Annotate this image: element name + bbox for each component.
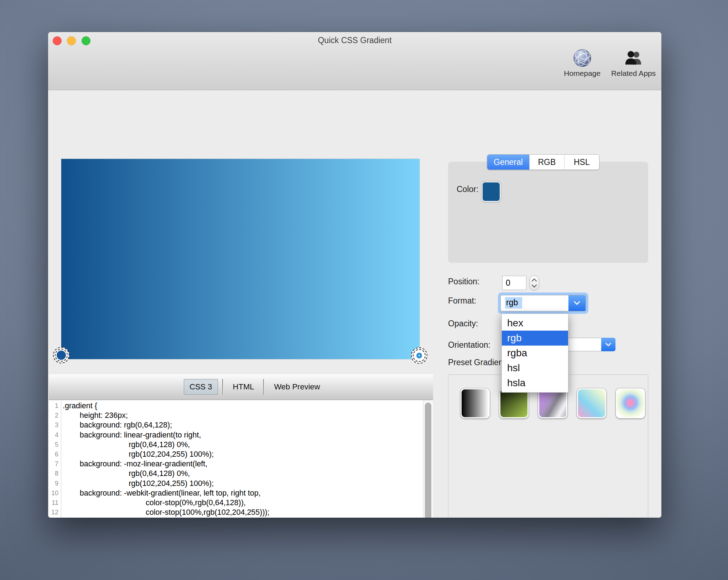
tab-divider (263, 379, 264, 395)
chevron-down-icon (573, 300, 581, 306)
color-label: Color: (457, 185, 478, 194)
code-line: 6 rgb(102,204,255) 100%); (49, 450, 423, 459)
orientation-label: Orientation: (448, 340, 490, 350)
related-apps-label: Related Apps (611, 69, 656, 78)
editor-scrollbar[interactable] (423, 400, 433, 518)
preset-gradients-row (461, 388, 645, 418)
chevron-down-icon (604, 342, 612, 347)
line-number: 2 (49, 411, 61, 420)
format-dropdown-button[interactable] (568, 295, 586, 311)
code-line: 10 background: -webkit-gradient(linear, … (49, 488, 423, 498)
line-number: 12 (49, 508, 61, 517)
people-icon (624, 48, 643, 68)
code-line: 8 rgb(0,64,128) 0%, (49, 469, 423, 478)
position-stepper[interactable] (529, 275, 539, 291)
gradient-preview[interactable] (61, 159, 420, 359)
code-line: 1 .gradient { (49, 401, 423, 411)
color-mode-tab[interactable]: General (487, 155, 529, 170)
color-swatch[interactable] (482, 181, 501, 202)
scrollbar-thumb[interactable] (425, 403, 431, 518)
code-text: height: 236px; (61, 411, 128, 420)
line-number: 11 (49, 498, 61, 508)
format-menu-item[interactable]: hsl (502, 361, 568, 376)
code-line: 12 color-stop(100%,rgb(102,204,255))); (49, 508, 423, 517)
code-text: background: linear-gradient(to right, (61, 430, 201, 440)
general-panel: Color: (448, 162, 648, 263)
format-value: rgb (505, 297, 522, 309)
color-mode-tab[interactable]: RGB (529, 155, 564, 170)
code-line: 4 background: linear-gradient(to right, (49, 430, 423, 440)
format-menu-item[interactable]: rgb (502, 331, 568, 346)
line-number: 7 (49, 459, 61, 469)
content-area: CSS 3 HTML Web Preview (48, 90, 661, 518)
format-label: Format: (448, 296, 476, 306)
code-text: .gradient { (61, 401, 97, 411)
format-combobox-focus-ring: rgb (498, 292, 588, 314)
line-number: 5 (49, 440, 61, 450)
css-code-editor[interactable]: 1 .gradient { 2 height: 236px; 3 (49, 400, 433, 518)
code-tab-bar: CSS 3 HTML Web Preview (49, 374, 433, 400)
format-menu-item[interactable]: hex (502, 316, 568, 331)
line-number: 8 (49, 469, 61, 478)
preset-gradient-thumb[interactable] (461, 388, 490, 418)
line-number: 10 (49, 488, 61, 498)
tab-divider (222, 379, 223, 395)
gradient-stop-handle-start[interactable] (53, 347, 69, 363)
line-number: 1 (49, 401, 61, 411)
toolbar: Homepage Related Apps (564, 48, 656, 78)
code-text: rgb(102,204,255) 100%); (61, 450, 214, 459)
position-label: Position: (448, 277, 479, 286)
related-apps-button[interactable]: Related Apps (611, 48, 656, 78)
code-text: rgb(0,64,128) 0%, (61, 469, 190, 478)
preset-gradient-thumb[interactable] (577, 388, 606, 418)
line-number: 4 (49, 430, 61, 440)
gradient-stop-handle-end[interactable] (411, 347, 427, 364)
color-mode-tab[interactable]: HSL (564, 155, 599, 170)
end-stop-selected-ring (416, 353, 422, 358)
start-stop-color (57, 351, 66, 360)
color-mode-tabs: General RGB HSL (487, 154, 599, 170)
window-title: Quick CSS Gradient (48, 36, 661, 45)
preset-gradient-thumb[interactable] (538, 388, 567, 418)
preset-gradient-thumb[interactable] (616, 388, 645, 418)
globe-icon (573, 48, 592, 68)
homepage-button[interactable]: Homepage (564, 48, 600, 78)
code-line: 9 rgb(102,204,255) 100%); (49, 479, 423, 488)
position-input[interactable]: 0 (502, 276, 526, 290)
code-text: background: -moz-linear-gradient(left, (61, 459, 207, 469)
code-tabs: CSS 3 HTML Web Preview (183, 379, 325, 395)
preset-gradient-thumb[interactable] (499, 388, 529, 418)
orientation-dropdown-button[interactable] (601, 338, 615, 351)
code-tab[interactable]: Web Preview (269, 379, 325, 394)
opacity-label: Opacity: (448, 319, 478, 328)
line-number: 6 (49, 450, 61, 459)
code-tab[interactable]: CSS 3 (184, 379, 218, 395)
code-line: 2 height: 236px; (49, 411, 423, 420)
code-text: background: rgb(0,64,128); (61, 420, 172, 430)
format-combobox[interactable]: rgb (500, 295, 586, 311)
code-line: 11 color-stop(0%,rgb(0,64,128)), (49, 498, 423, 508)
code-text: background: -webkit-gradient(linear, lef… (61, 488, 261, 498)
code-text: background: -webkit-linear-gradient(left… (61, 517, 215, 518)
code-text: color-stop(100%,rgb(102,204,255))); (61, 508, 270, 517)
code-line: 7 background: -moz-linear-gradient(left, (49, 459, 423, 469)
code-line: 13 background: -webkit-linear-gradient(l… (49, 517, 423, 518)
app-window: Quick CSS Gradient (48, 32, 661, 518)
title-bar: Quick CSS Gradient (48, 32, 661, 90)
format-menu-item[interactable]: hsla (502, 376, 568, 390)
code-text: rgb(0,64,128) 0%, (61, 440, 190, 450)
code-text: color-stop(0%,rgb(0,64,128)), (61, 498, 246, 508)
line-number: 9 (49, 479, 61, 488)
code-tab[interactable]: HTML (228, 379, 259, 394)
code-text: rgb(102,204,255) 100%); (61, 479, 214, 488)
line-number: 3 (49, 420, 61, 430)
format-menu-item[interactable]: rgba (502, 346, 568, 361)
line-number: 13 (49, 517, 61, 518)
homepage-label: Homepage (564, 69, 600, 78)
format-dropdown-menu: hex rgb rgba hsl hsla (501, 314, 568, 393)
code-lines: 1 .gradient { 2 height: 236px; 3 (49, 401, 423, 518)
preset-gradients-panel (448, 374, 648, 518)
code-line: 3 background: rgb(0,64,128); (49, 420, 423, 430)
code-line: 5 rgb(0,64,128) 0%, (49, 440, 423, 450)
